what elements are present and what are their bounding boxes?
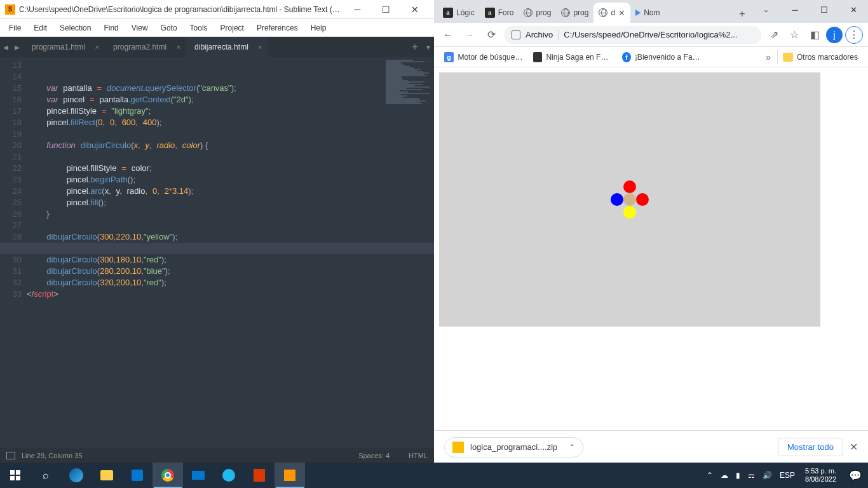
svg-rect-3 — [16, 476, 20, 480]
globe-icon — [524, 8, 532, 17]
globe-icon — [599, 8, 607, 17]
close-button[interactable]: ✕ — [400, 0, 429, 19]
status-icon[interactable] — [6, 452, 15, 459]
chrome-menu-button[interactable]: ⋮ — [845, 26, 863, 44]
other-bookmarks-button[interactable]: Otros marcadores — [777, 50, 863, 64]
menu-help[interactable]: Help — [304, 21, 333, 35]
tab-prev-button[interactable]: ◀ — [0, 37, 11, 57]
sublime-window: S C:\Users\speed\OneDrive\Escritorio\log… — [0, 0, 434, 463]
tab-close-icon[interactable]: × — [95, 43, 99, 51]
download-filename: logica_programaci....zip — [470, 442, 557, 452]
side-panel-button[interactable]: ◧ — [806, 26, 824, 44]
canvas-circle — [623, 206, 636, 219]
sublime-tabs: ◀ ▶ programa1.html×programa2.html×dibija… — [0, 37, 434, 57]
tab-next-button[interactable]: ▶ — [11, 37, 23, 57]
bookmark-item[interactable]: f¡Bienvenido a Faceb... — [617, 50, 706, 65]
office-icon[interactable] — [244, 463, 275, 488]
tray-overflow-button[interactable]: ⌃ — [703, 463, 717, 488]
folder-icon — [783, 53, 793, 62]
mail-icon[interactable] — [183, 463, 214, 488]
store-icon[interactable] — [122, 463, 153, 488]
bookmarks-bar: gMotor de búsqued...Ninja Saga en Face..… — [434, 47, 868, 67]
file-tab[interactable]: dibijarrecta.html× — [186, 37, 268, 57]
forward-button[interactable]: → — [461, 26, 478, 44]
chrome-window: aLógicaForoprogprogd✕Nom + ⌄ ─ ☐ ✕ ← → ⟳… — [434, 0, 868, 463]
menu-goto[interactable]: Goto — [154, 21, 184, 35]
battery-icon[interactable]: ▮ — [732, 463, 744, 488]
maximize-button[interactable]: ☐ — [810, 0, 839, 19]
windows-taskbar: ⌕ ⌃ ☁ ▮ ⚎ 🔊 ESP 5:53 p. m. 8/08/2022 💬 — [0, 463, 868, 488]
maximize-button[interactable]: ☐ — [372, 0, 400, 19]
notifications-button[interactable]: 💬 — [843, 463, 868, 488]
play-store-icon — [635, 10, 641, 16]
minimize-button[interactable]: ─ — [343, 0, 372, 19]
close-button[interactable]: ✕ — [839, 0, 868, 19]
language-indicator[interactable]: ESP — [776, 463, 799, 488]
menu-tools[interactable]: Tools — [184, 21, 214, 35]
chrome-titlebar[interactable]: aLógicaForoprogprogd✕Nom + ⌄ ─ ☐ ✕ — [434, 0, 868, 23]
menu-preferences[interactable]: Preferences — [250, 21, 304, 35]
bookmark-item[interactable]: gMotor de búsqued... — [439, 50, 528, 65]
share-button[interactable]: ⇗ — [765, 26, 783, 44]
browser-tab[interactable]: Nom — [630, 3, 665, 23]
chrome-taskbar-icon[interactable] — [153, 463, 183, 488]
address-bar[interactable]: Archivo C:/Users/speed/OneDrive/Escritor… — [504, 26, 761, 44]
addr-protocol: Archivo — [526, 30, 553, 39]
ninja-icon — [533, 52, 542, 62]
menu-selection[interactable]: Selection — [53, 21, 97, 35]
back-button[interactable]: ← — [439, 26, 457, 44]
spaces-indicator[interactable]: Spaces: 4 — [358, 452, 390, 459]
menu-find[interactable]: Find — [97, 21, 125, 35]
download-menu-icon[interactable]: ⌃ — [564, 443, 575, 452]
chrome-dropdown-button[interactable]: ⌄ — [751, 0, 780, 19]
browser-tab[interactable]: prog — [519, 3, 556, 23]
menu-project[interactable]: Project — [214, 21, 250, 35]
menu-file[interactable]: File — [3, 21, 27, 35]
chrome-toolbar: ← → ⟳ Archivo C:/Users/speed/OneDrive/Es… — [434, 23, 868, 47]
browser-tab[interactable]: aLógic — [438, 3, 480, 23]
download-item[interactable]: logica_programaci....zip ⌃ — [444, 437, 583, 458]
bookmarks-overflow-button[interactable]: » — [762, 52, 775, 62]
chrome-content — [434, 67, 868, 430]
addr-path: C:/Users/speed/OneDrive/Escritorio/logic… — [564, 30, 754, 39]
tab-close-icon[interactable]: ✕ — [618, 8, 625, 18]
show-all-downloads-button[interactable]: Mostrar todo — [778, 438, 843, 456]
tab-dropdown-button[interactable]: ▼ — [423, 44, 434, 51]
wifi-icon[interactable]: ⚎ — [744, 463, 759, 488]
globe-icon — [561, 8, 570, 17]
browser-tab[interactable]: d✕ — [593, 3, 630, 23]
editor-area[interactable]: 1314151617181920212223242526272829303132… — [0, 57, 434, 448]
menu-view[interactable]: View — [125, 21, 154, 35]
canvas-circle — [623, 180, 636, 193]
sublime-statusbar: Line 29, Column 35 Spaces: 4 HTML — [0, 448, 434, 463]
edge-icon[interactable] — [61, 463, 92, 488]
canvas-circle — [636, 193, 649, 206]
bookmark-item[interactable]: Ninja Saga en Face... — [528, 50, 617, 65]
google-icon: g — [444, 52, 454, 62]
reload-button[interactable]: ⟳ — [482, 26, 500, 44]
tab-close-icon[interactable]: × — [177, 43, 180, 51]
new-tab-button[interactable]: + — [407, 41, 423, 53]
file-tab[interactable]: programa1.html× — [23, 37, 104, 57]
new-tab-button[interactable]: + — [733, 5, 751, 23]
file-tab[interactable]: programa2.html× — [104, 37, 186, 57]
browser-tab[interactable]: prog — [556, 3, 593, 23]
menu-edit[interactable]: Edit — [27, 21, 53, 35]
clock[interactable]: 5:53 p. m. 8/08/2022 — [799, 467, 843, 484]
explorer-icon[interactable] — [92, 463, 122, 488]
sublime-titlebar[interactable]: S C:\Users\speed\OneDrive\Escritorio\log… — [0, 0, 434, 19]
canvas-circle — [623, 193, 636, 206]
sublime-taskbar-icon[interactable] — [275, 463, 305, 488]
volume-icon[interactable]: 🔊 — [759, 463, 776, 488]
language-indicator[interactable]: HTML — [409, 452, 428, 459]
ie-icon[interactable] — [214, 463, 244, 488]
profile-button[interactable]: j — [826, 27, 843, 43]
minimize-button[interactable]: ─ — [780, 0, 810, 19]
onedrive-icon[interactable]: ☁ — [717, 463, 732, 488]
tab-close-icon[interactable]: × — [258, 43, 262, 51]
bookmark-star-button[interactable]: ☆ — [785, 26, 803, 44]
start-button[interactable] — [0, 463, 31, 488]
search-button[interactable]: ⌕ — [31, 463, 61, 488]
close-download-bar-button[interactable]: ✕ — [850, 441, 858, 453]
browser-tab[interactable]: aForo — [480, 3, 519, 23]
